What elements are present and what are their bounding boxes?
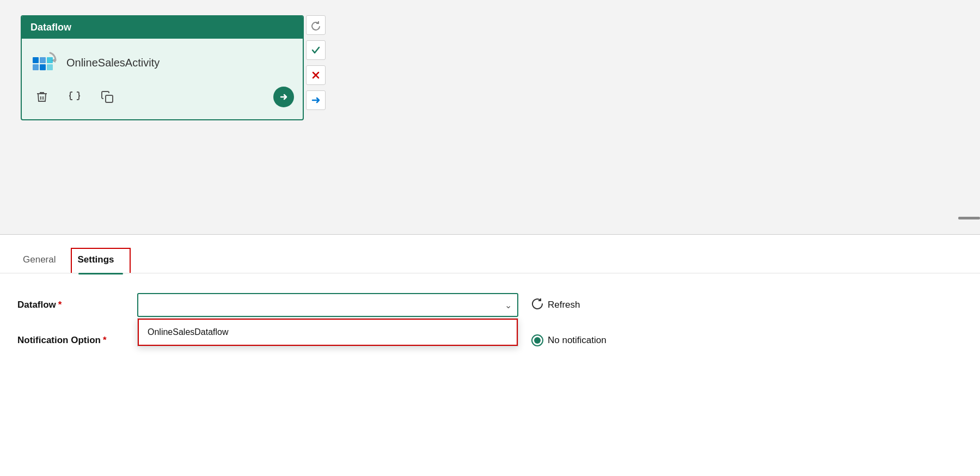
- arrow-connector[interactable]: [306, 90, 326, 110]
- svg-rect-7: [106, 95, 113, 102]
- dataflow-item-icon: [30, 48, 59, 77]
- refresh-label: Refresh: [548, 300, 580, 310]
- svg-rect-4: [40, 64, 46, 70]
- svg-rect-3: [33, 64, 39, 70]
- dataflow-form-row: Dataflow* OnlineSalesDataflow ⌄ OnlineSa…: [17, 293, 963, 317]
- dropdown-option-online-sales[interactable]: OnlineSalesDataflow: [138, 319, 518, 346]
- tab-general[interactable]: General: [17, 249, 71, 273]
- copy-icon[interactable]: [98, 88, 117, 106]
- action-icons-row: [30, 87, 294, 107]
- card-body: OnlineSalesActivity: [22, 39, 303, 119]
- tab-settings[interactable]: Settings: [71, 248, 130, 273]
- card-item: OnlineSalesActivity: [30, 48, 294, 77]
- card-item-name: OnlineSalesActivity: [66, 57, 160, 69]
- svg-rect-5: [47, 57, 53, 63]
- dataflow-card: Dataflow OnlineSalesActivity: [21, 15, 304, 120]
- check-connector[interactable]: [306, 40, 326, 60]
- refresh-button[interactable]: Refresh: [531, 298, 580, 313]
- trash-icon[interactable]: [33, 88, 51, 106]
- no-notification-label: No notification: [548, 335, 607, 346]
- svg-rect-6: [47, 64, 53, 70]
- braces-icon[interactable]: [65, 88, 84, 106]
- card-title: Dataflow: [22, 16, 303, 39]
- canvas-area: Dataflow OnlineSalesActivity: [0, 0, 980, 234]
- navigate-icon[interactable]: [273, 87, 294, 107]
- form-area: Dataflow* OnlineSalesDataflow ⌄ OnlineSa…: [0, 273, 980, 346]
- dataflow-field-label: Dataflow*: [17, 300, 137, 310]
- bottom-panel: General Settings Dataflow* OnlineSalesDa…: [0, 235, 980, 476]
- radio-outer-no-notif: [531, 334, 543, 346]
- side-connectors: [306, 15, 326, 110]
- radio-inner-no-notif: [534, 337, 541, 344]
- resize-handle[interactable]: [958, 217, 980, 219]
- tabs-row: General Settings: [0, 235, 980, 273]
- dropdown-popup: OnlineSalesDataflow: [137, 318, 518, 346]
- dataflow-dropdown[interactable]: OnlineSalesDataflow: [137, 293, 518, 317]
- notification-field-label: Notification Option*: [17, 335, 137, 346]
- x-connector[interactable]: [306, 65, 326, 85]
- svg-rect-2: [40, 57, 46, 63]
- no-notification-option[interactable]: No notification: [531, 334, 607, 346]
- dataflow-dropdown-wrapper: OnlineSalesDataflow ⌄ OnlineSalesDataflo…: [137, 293, 518, 317]
- refresh-icon: [531, 298, 543, 313]
- svg-rect-1: [33, 57, 39, 63]
- redo-connector[interactable]: [306, 15, 326, 35]
